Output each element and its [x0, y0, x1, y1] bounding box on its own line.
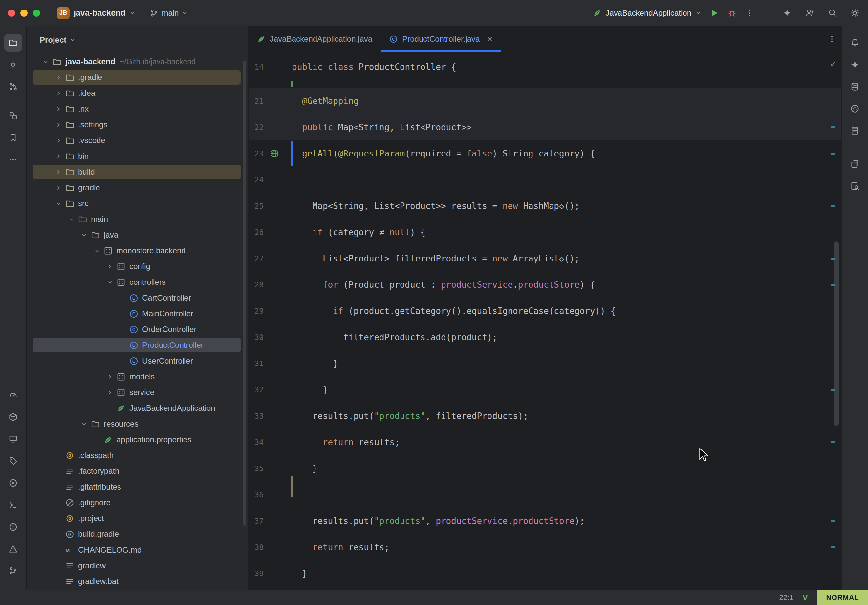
- tree-row-project[interactable]: .project: [26, 511, 248, 526]
- line-number[interactable]: 23: [248, 149, 264, 158]
- line-number[interactable]: 25: [248, 202, 264, 210]
- tree-row-resources[interactable]: resources: [26, 416, 248, 432]
- chevron-right-icon[interactable]: [53, 166, 64, 178]
- sidebar-item-todo[interactable]: [4, 452, 22, 470]
- analysis-mark[interactable]: [831, 153, 835, 155]
- sidebar-item-notifications[interactable]: [846, 34, 864, 51]
- line-number[interactable]: 38: [248, 543, 264, 551]
- search-icon[interactable]: [828, 9, 837, 17]
- tree-row-javabackendapplication[interactable]: JavaBackendApplication: [26, 400, 248, 416]
- code-line-33[interactable]: 33results.put("products", filteredProduc…: [248, 403, 842, 429]
- close-window-button[interactable]: [8, 9, 15, 17]
- analysis-mark[interactable]: [831, 126, 835, 128]
- caret-position[interactable]: 22:1: [780, 594, 794, 602]
- tree-row-ordercontroller[interactable]: COrderController: [26, 322, 248, 337]
- tree-row-gradle[interactable]: gradle: [26, 180, 248, 195]
- line-number[interactable]: 30: [248, 333, 264, 342]
- chevron-right-icon[interactable]: [53, 150, 64, 162]
- close-tab-icon[interactable]: ×: [487, 34, 493, 44]
- tree-row-service[interactable]: service: [26, 385, 248, 400]
- tree-row-changelog-md[interactable]: M↓CHANGELOG.md: [26, 542, 248, 558]
- code-line-22[interactable]: 22public Map<String, List<Product>>: [248, 114, 842, 141]
- code-line-35[interactable]: 35}: [248, 455, 842, 482]
- chevron-down-icon[interactable]: [104, 276, 116, 288]
- tree-row-factorypath[interactable]: .factorypath: [26, 463, 248, 479]
- tree-row-productcontroller[interactable]: CProductController: [26, 337, 248, 353]
- chevron-right-icon[interactable]: [53, 87, 64, 99]
- chevron-right-icon[interactable]: [104, 260, 116, 272]
- code-area[interactable]: ✓ 14public class ProductController {21@G…: [248, 52, 842, 590]
- sidebar-item-ai-assistant[interactable]: [846, 56, 864, 73]
- code-line-28[interactable]: 28for (Product product : productService.…: [248, 272, 842, 298]
- tree-row-java[interactable]: java: [26, 227, 248, 243]
- tree-row-gradlew-bat[interactable]: gradlew.bat: [26, 574, 248, 589]
- sidebar-item-structure[interactable]: [4, 107, 22, 125]
- sidebar-item-pull-requests[interactable]: [4, 78, 22, 96]
- sidebar-item-commit[interactable]: [4, 56, 22, 73]
- debug-button[interactable]: [727, 9, 737, 18]
- project-tree-scrollbar[interactable]: [243, 61, 246, 526]
- chevron-down-icon[interactable]: [53, 198, 64, 209]
- run-configuration-selector[interactable]: JavaBackendApplication: [593, 9, 701, 18]
- run-button[interactable]: [710, 9, 719, 18]
- chevron-right-icon[interactable]: [53, 182, 64, 193]
- sidebar-item-database[interactable]: [846, 78, 864, 96]
- sidebar-item-documentation[interactable]: [846, 122, 864, 139]
- analysis-mark[interactable]: [831, 389, 835, 391]
- branch-selector[interactable]: main: [146, 6, 191, 20]
- sidebar-item-terminal[interactable]: [4, 496, 22, 514]
- sidebar-item-running-devices[interactable]: [4, 430, 22, 448]
- line-number[interactable]: 22: [248, 123, 264, 132]
- tree-row-gitattributes[interactable]: .gitattributes: [26, 479, 248, 495]
- tree-row-cartcontroller[interactable]: CCartController: [26, 290, 248, 306]
- sidebar-item-version-control[interactable]: [4, 562, 22, 580]
- tree-row-classpath[interactable]: .classpath: [26, 447, 248, 463]
- sidebar-item-project[interactable]: [4, 34, 22, 51]
- chevron-down-icon[interactable]: [78, 418, 90, 430]
- tree-row-usercontroller[interactable]: CUserController: [26, 353, 248, 369]
- line-number[interactable]: 27: [248, 254, 264, 263]
- tree-row-config[interactable]: config: [26, 258, 248, 274]
- ai-assistant-icon[interactable]: [783, 9, 792, 17]
- tree-row-maincontroller[interactable]: CMainController: [26, 306, 248, 322]
- zoom-window-button[interactable]: [33, 9, 40, 17]
- tree-row-main[interactable]: main: [26, 211, 248, 227]
- sidebar-item-problems[interactable]: [4, 518, 22, 536]
- settings-gear-icon[interactable]: [851, 9, 859, 17]
- code-line-32[interactable]: 32}: [248, 377, 842, 403]
- chevron-right-icon[interactable]: [53, 119, 64, 131]
- line-number[interactable]: 39: [248, 569, 264, 578]
- tree-row-models[interactable]: models: [26, 369, 248, 385]
- project-selector[interactable]: JB java-backend: [53, 4, 139, 22]
- code-line-26[interactable]: 26if (category ≠ null) {: [248, 219, 842, 245]
- line-number[interactable]: 36: [248, 490, 264, 499]
- code-line-31[interactable]: 31}: [248, 350, 842, 377]
- line-number[interactable]: 28: [248, 280, 264, 289]
- line-number[interactable]: 29: [248, 307, 264, 315]
- chevron-down-icon[interactable]: [40, 56, 51, 68]
- code-line-21[interactable]: 21@GetMapping: [248, 88, 842, 114]
- project-panel-header[interactable]: Project: [26, 26, 248, 54]
- sidebar-item-bookmarks[interactable]: [4, 129, 22, 147]
- line-number[interactable]: 31: [248, 359, 264, 368]
- chevron-down-icon[interactable]: [91, 245, 103, 257]
- code-with-me-icon[interactable]: [805, 9, 814, 17]
- vim-mode-badge[interactable]: NORMAL: [817, 590, 868, 605]
- analysis-mark[interactable]: [831, 441, 835, 443]
- sidebar-item-find[interactable]: [846, 177, 864, 195]
- chevron-down-icon[interactable]: [78, 229, 90, 241]
- analysis-mark[interactable]: [831, 520, 835, 522]
- code-line-39[interactable]: 39}: [248, 560, 842, 586]
- sidebar-item-services[interactable]: [4, 474, 22, 492]
- code-line-34[interactable]: 34return results;: [248, 429, 842, 455]
- code-line-23[interactable]: 23getAll(@RequestParam(required = false)…: [248, 141, 842, 167]
- code-line-29[interactable]: 29if (product.getCategory().equalsIgnore…: [248, 298, 842, 324]
- tree-row-gitignore[interactable]: .gitignore: [26, 495, 248, 511]
- sidebar-item-warnings[interactable]: [4, 540, 22, 558]
- chevron-right-icon[interactable]: [53, 71, 64, 84]
- tab-options-kebab-icon[interactable]: [828, 35, 836, 43]
- line-number[interactable]: 14: [248, 63, 264, 71]
- code-line-14[interactable]: 14public class ProductController {: [248, 54, 842, 80]
- tree-row-controllers[interactable]: controllers: [26, 274, 248, 290]
- minimize-window-button[interactable]: [20, 9, 28, 17]
